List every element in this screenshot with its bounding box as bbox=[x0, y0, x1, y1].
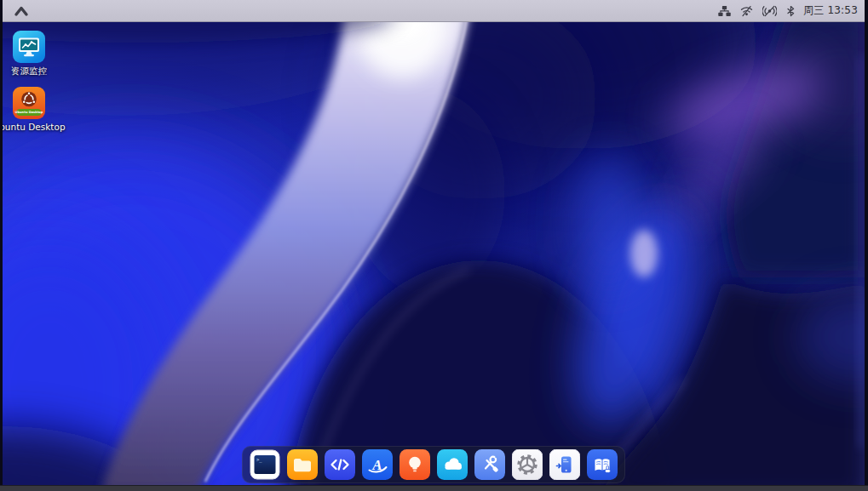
hotspot-off-icon[interactable] bbox=[762, 5, 777, 17]
dock-item-app-store[interactable]: A bbox=[362, 449, 393, 480]
svg-text:>_: >_ bbox=[256, 457, 262, 463]
bluetooth-icon[interactable] bbox=[786, 5, 796, 17]
dock-item-cloud-sync[interactable] bbox=[437, 449, 468, 480]
screen-bezel-right bbox=[865, 0, 868, 491]
terminal-icon: >_ bbox=[250, 449, 280, 480]
dock-item-tips[interactable] bbox=[400, 449, 430, 480]
desktop-icon-label: Ubuntu Desktop bbox=[3, 122, 66, 132]
dock-item-user-manual[interactable] bbox=[587, 449, 618, 480]
chevron-up-icon bbox=[13, 4, 30, 18]
menubar-clock[interactable]: 周三 13:53 bbox=[803, 3, 858, 18]
ubuntu-desktop-icon: Ubuntu Desktop bbox=[13, 87, 45, 119]
dock-item-device-assistant[interactable] bbox=[549, 449, 580, 480]
user-manual-icon bbox=[587, 449, 618, 480]
ubuntu-badge-text: Ubuntu Desktop bbox=[15, 111, 43, 114]
desktop-icon-resource-monitor[interactable]: 资源监控 bbox=[3, 31, 55, 76]
dock-item-text-editor[interactable] bbox=[325, 449, 355, 480]
toolbox-icon bbox=[474, 449, 505, 480]
resource-monitor-icon bbox=[13, 31, 45, 63]
wifi-off-icon[interactable] bbox=[740, 5, 753, 17]
control-center-icon bbox=[512, 449, 543, 480]
dock-item-control-center[interactable] bbox=[512, 449, 543, 480]
desktop-wallpaper bbox=[3, 22, 865, 485]
screen-bezel-bottom bbox=[0, 485, 868, 491]
file-manager-icon bbox=[287, 449, 318, 480]
device-assistant-icon bbox=[549, 449, 580, 480]
desktop-icon-label: 资源监控 bbox=[11, 66, 47, 76]
desktop-icon-list: 资源监控 Ubuntu Desktop Ubuntu Desktop bbox=[3, 31, 55, 132]
dock-item-toolbox[interactable] bbox=[474, 449, 505, 480]
wired-network-icon[interactable] bbox=[718, 5, 731, 17]
vm-screen: 周三 13:53 资源监控 bbox=[0, 0, 868, 491]
text-editor-icon bbox=[325, 449, 355, 480]
cloud-sync-icon bbox=[437, 449, 468, 480]
tips-icon bbox=[400, 449, 430, 480]
menubar-launcher-button[interactable] bbox=[11, 2, 32, 20]
desktop[interactable]: 周三 13:53 资源监控 bbox=[3, 0, 865, 485]
dock-item-terminal[interactable]: >_ bbox=[250, 449, 280, 480]
desktop-icon-ubuntu-desktop[interactable]: Ubuntu Desktop Ubuntu Desktop bbox=[3, 87, 55, 132]
dock: >_ A bbox=[242, 446, 625, 483]
system-tray bbox=[718, 5, 796, 17]
menu-bar: 周三 13:53 bbox=[3, 0, 865, 22]
dock-item-file-manager[interactable] bbox=[287, 449, 318, 480]
app-store-icon: A bbox=[362, 449, 393, 480]
